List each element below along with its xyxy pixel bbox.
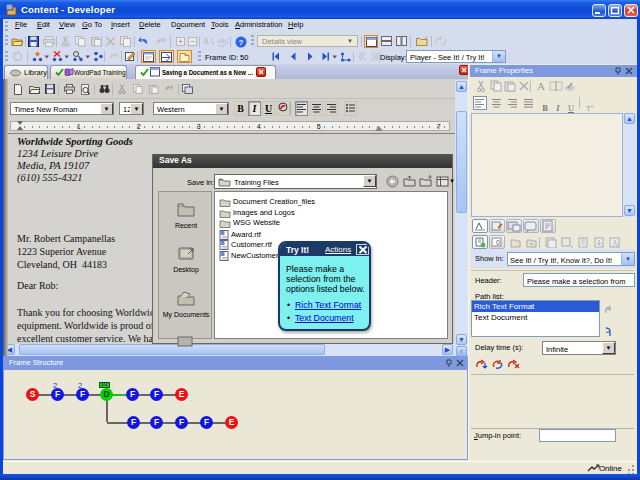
svg-text:ABC: ABC (217, 38, 229, 44)
svg-text:A: A (203, 37, 209, 46)
svg-text:0: 0 (496, 239, 500, 246)
svg-text:A: A (612, 239, 618, 248)
svg-text:?: ? (239, 38, 244, 47)
svg-text:A: A (537, 80, 545, 92)
